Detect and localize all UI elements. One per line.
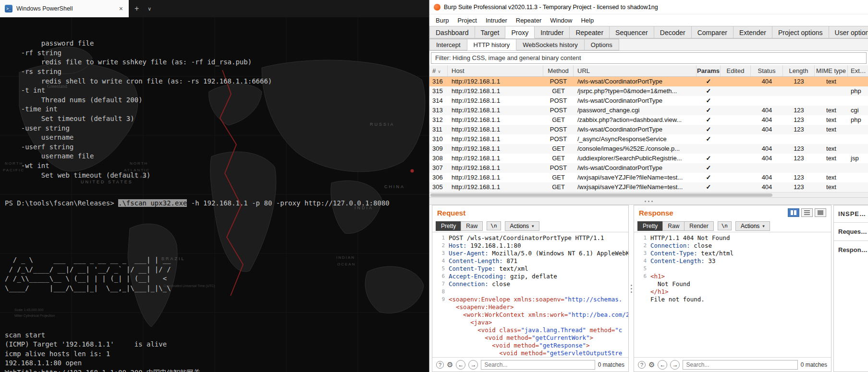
subtab-websockets-history[interactable]: WebSockets history bbox=[516, 39, 585, 50]
tab-dropdown-icon[interactable]: ∨ bbox=[145, 6, 154, 12]
tab-sequencer[interactable]: Sequencer bbox=[610, 26, 654, 38]
linebreak-button[interactable]: \n bbox=[718, 221, 732, 230]
cell-id: 315 bbox=[429, 86, 448, 96]
tab-project-options[interactable]: Project options bbox=[772, 26, 829, 38]
table-row[interactable]: 307http://192.168.1.1POST/wls-wsat/Coord… bbox=[429, 163, 868, 173]
layout-stacked-button[interactable] bbox=[801, 208, 813, 217]
next-match-button[interactable]: → bbox=[468, 360, 478, 370]
tab-target[interactable]: Target bbox=[475, 26, 506, 38]
layout-single-button[interactable] bbox=[815, 208, 826, 217]
subtab-http-history[interactable]: HTTP history bbox=[467, 39, 517, 50]
filter-bar-container: Filter: Hiding CSS, image and general bi… bbox=[429, 51, 868, 65]
drag-handle-icon bbox=[631, 285, 632, 286]
linebreak-button[interactable]: \n bbox=[487, 221, 501, 230]
menu-project[interactable]: Project bbox=[453, 16, 481, 25]
prev-match-button[interactable]: ← bbox=[456, 360, 465, 370]
cell-status bbox=[751, 86, 783, 96]
subtab-intercept[interactable]: Intercept bbox=[429, 39, 467, 50]
next-match-button[interactable]: → bbox=[670, 360, 680, 370]
table-row[interactable]: 310http://192.168.1.1POST/_async/AsyncRe… bbox=[429, 134, 868, 144]
chevron-down-icon: ▾ bbox=[532, 224, 534, 228]
cell-method: GET bbox=[543, 115, 574, 125]
tab-intruder[interactable]: Intruder bbox=[535, 26, 570, 38]
table-row[interactable]: 314http://192.168.1.1POST/wls-wsat/Coord… bbox=[429, 96, 868, 106]
table-row[interactable]: 311http://192.168.1.1POST/wls-wsat/Coord… bbox=[429, 125, 868, 134]
tab-decoder[interactable]: Decoder bbox=[654, 26, 692, 38]
layout-side-by-side-button[interactable] bbox=[788, 208, 799, 217]
code-token: <void method= bbox=[449, 349, 546, 357]
inspector-section-response-headers[interactable]: Response headers bbox=[834, 240, 868, 259]
column-header-status[interactable]: Status bbox=[751, 65, 783, 76]
column-header-edited[interactable]: Edited bbox=[721, 65, 751, 76]
table-row[interactable]: 313http://192.168.1.1POST/password_chang… bbox=[429, 106, 868, 115]
subtab-options[interactable]: Options bbox=[585, 39, 619, 50]
request-editor[interactable]: 1POST /wls-wsat/CoordinatorPortType HTTP… bbox=[432, 232, 628, 357]
tab-repeater[interactable]: Repeater bbox=[570, 26, 610, 38]
actions-dropdown[interactable]: Actions▾ bbox=[505, 221, 539, 231]
menu-intruder[interactable]: Intruder bbox=[481, 16, 512, 25]
column-header-ext[interactable]: Extension bbox=[848, 65, 868, 76]
cell-url: /wxjsapi/saveYZJFile?fileName=test... bbox=[574, 173, 697, 182]
table-header: #∨HostMethodURLParamsEditedStatusLengthM… bbox=[429, 65, 868, 77]
settings-gear-icon[interactable]: ⚙ bbox=[447, 360, 453, 369]
code-token: POST /wls-wsat/CoordinatorPortType HTTP/… bbox=[449, 234, 604, 241]
help-icon[interactable]: ? bbox=[436, 361, 444, 369]
inspector-section-request-attributes[interactable]: Request attributes bbox=[834, 222, 868, 240]
tab-extender[interactable]: Extender bbox=[734, 26, 772, 38]
request-response-divider[interactable] bbox=[629, 205, 634, 372]
table-row[interactable]: 312http://192.168.1.1GET/zabbix.php?acti… bbox=[429, 115, 868, 125]
tab-dashboard[interactable]: Dashboard bbox=[429, 26, 475, 38]
code-text: Connection: close bbox=[650, 242, 712, 250]
table-row[interactable]: 308http://192.168.1.1GET/uddiexplorer/Se… bbox=[429, 154, 868, 163]
column-header-params[interactable]: Params bbox=[697, 65, 721, 76]
burp-window: Burp Suite Professional v2020.11.3 - Tem… bbox=[429, 0, 868, 372]
terminal-body[interactable]: GreenlandRUSSIAUNITED STATESCHINAINDIABR… bbox=[0, 17, 429, 372]
help-icon[interactable]: ? bbox=[638, 361, 646, 369]
code-token: <soapenv:Envelope xmlns:soapenv= bbox=[449, 296, 564, 303]
menu-window[interactable]: Window bbox=[546, 16, 576, 25]
view-tab-render[interactable]: Render bbox=[684, 221, 713, 231]
column-header-url[interactable]: URL bbox=[574, 65, 697, 76]
table-row[interactable]: 306http://192.168.1.1GET/wxjsapi/saveYZJ… bbox=[429, 173, 868, 182]
code-token: Content-Length: bbox=[449, 257, 503, 264]
code-token: <void method= bbox=[449, 334, 532, 341]
table-row[interactable]: 316http://192.168.1.1POST/wls-wsat/Coord… bbox=[429, 77, 868, 86]
table-horizontal-scrollbar[interactable] bbox=[429, 192, 868, 197]
column-header-host[interactable]: Host bbox=[448, 65, 543, 76]
close-tab-icon[interactable]: × bbox=[118, 5, 124, 12]
view-tab-pretty[interactable]: Pretty bbox=[637, 221, 663, 231]
table-row[interactable]: 315http://192.168.1.1GET/jsrpc.php?type=… bbox=[429, 86, 868, 96]
view-tab-raw[interactable]: Raw bbox=[461, 221, 483, 231]
filter-bar[interactable]: Filter: Hiding CSS, image and general bi… bbox=[431, 52, 867, 64]
prev-match-button[interactable]: ← bbox=[658, 360, 667, 370]
code-text: Content-Type: text/html bbox=[650, 250, 734, 257]
menu-repeater[interactable]: Repeater bbox=[512, 16, 546, 25]
tab-comparer[interactable]: Comparer bbox=[692, 26, 734, 38]
menu-burp[interactable]: Burp bbox=[431, 16, 453, 25]
view-tab-pretty[interactable]: Pretty bbox=[436, 221, 461, 231]
code-line: 2Host: 192.168.1.1:80 bbox=[435, 242, 628, 250]
code-line: 5 bbox=[637, 265, 831, 273]
actions-dropdown[interactable]: Actions▾ bbox=[735, 221, 770, 231]
scrollbar-thumb[interactable] bbox=[430, 193, 772, 197]
view-tab-raw[interactable]: Raw bbox=[662, 221, 685, 231]
menu-help[interactable]: Help bbox=[576, 16, 598, 25]
response-editor[interactable]: 1HTTP/1.1 404 Not Found2Connection: clos… bbox=[634, 232, 831, 357]
column-header-method[interactable]: Method bbox=[543, 65, 574, 76]
table-row[interactable]: 309http://192.168.1.1GET/console/images/… bbox=[429, 144, 868, 154]
table-row[interactable]: 305http://192.168.1.1GET/wxjsapi/saveYZJ… bbox=[429, 182, 868, 192]
column-header-id[interactable]: #∨ bbox=[429, 65, 448, 76]
cell-mime: text bbox=[815, 115, 848, 125]
settings-gear-icon[interactable]: ⚙ bbox=[648, 360, 655, 369]
new-tab-button[interactable]: + bbox=[129, 4, 145, 13]
terminal-tab[interactable]: >_ Windows PowerShell × bbox=[0, 0, 129, 17]
search-input[interactable] bbox=[683, 360, 797, 370]
code-text: Content-Type: text/xml bbox=[449, 265, 528, 273]
cell-params: ✓ bbox=[697, 86, 721, 96]
tab-proxy[interactable]: Proxy bbox=[505, 26, 535, 38]
tab-user-options[interactable]: User options bbox=[829, 26, 868, 38]
search-input[interactable] bbox=[481, 360, 595, 370]
column-header-length[interactable]: Length bbox=[783, 65, 815, 76]
panel-splitter[interactable] bbox=[429, 197, 868, 205]
column-header-mime[interactable]: MIME type bbox=[815, 65, 848, 76]
